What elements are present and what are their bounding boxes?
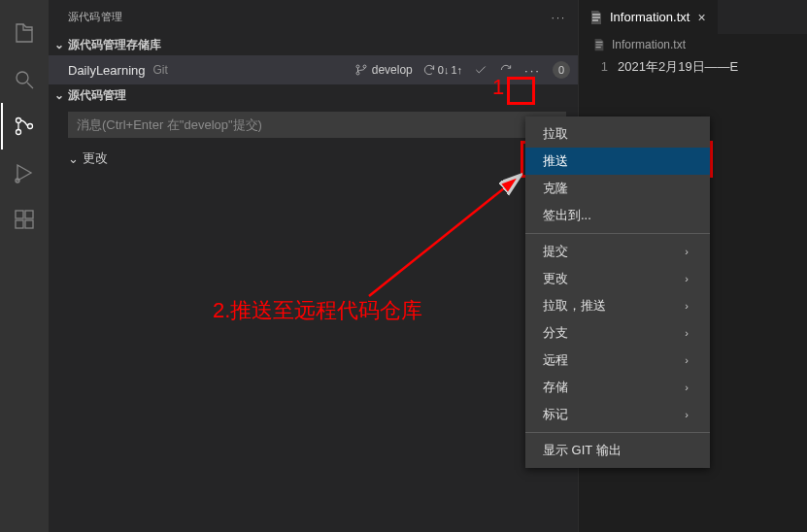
chevron-right-icon: › [685, 300, 689, 312]
menu-item[interactable]: 推送 [525, 148, 710, 175]
chevron-down-icon: ⌄ [54, 88, 64, 102]
commit-message-input[interactable] [68, 112, 566, 138]
branch-name: develop [372, 63, 413, 77]
menu-item[interactable]: 分支› [525, 319, 710, 347]
menu-item-label: 分支 [543, 324, 568, 342]
file-icon [588, 10, 604, 25]
sync-down-count: 0↓ [438, 64, 450, 76]
menu-item-label: 提交 [543, 243, 568, 260]
chevron-right-icon: › [685, 246, 689, 257]
repo-name: DailyLearning [68, 63, 146, 78]
breadcrumb[interactable]: Information.txt [579, 34, 807, 55]
changes-count-badge: 0 [553, 61, 570, 79]
menu-item-label: 标记 [543, 406, 568, 423]
tab-bar: Information.txt × [579, 0, 807, 34]
sync-up-count: 1↑ [451, 64, 462, 76]
menu-item-label: 克隆 [543, 180, 568, 197]
chevron-right-icon: › [685, 409, 689, 420]
repo-vcs-type: Git [153, 63, 168, 77]
extensions-icon[interactable] [1, 196, 48, 243]
chevron-right-icon: › [685, 382, 689, 393]
file-icon [592, 38, 606, 51]
svg-point-11 [363, 65, 366, 68]
editor-body[interactable]: 1 2021年2月19日——E [579, 55, 807, 77]
activity-bar [0, 0, 49, 532]
chevron-down-icon: ⌄ [54, 38, 64, 51]
editor-content: 2021年2月19日——E [618, 55, 738, 77]
svg-rect-5 [16, 211, 23, 218]
menu-item-label: 存储 [543, 379, 568, 396]
menu-item-label: 远程 [543, 351, 568, 369]
menu-item-label: 更改 [543, 270, 568, 287]
search-icon[interactable] [1, 56, 48, 103]
scm-panel-title: 源代码管理 [68, 10, 122, 24]
repositories-section-label: 源代码管理存储库 [68, 37, 161, 53]
tab-information[interactable]: Information.txt × [579, 0, 719, 34]
breadcrumb-label: Information.txt [612, 38, 686, 51]
svg-point-2 [17, 130, 21, 135]
scm-context-menu: 拉取推送克隆签出到...提交›更改›拉取，推送›分支›远程›存储›标记›显示 G… [525, 116, 710, 468]
commit-button[interactable] [472, 61, 489, 79]
menu-item-label: 拉取，推送 [543, 297, 606, 315]
menu-item[interactable]: 拉取 [525, 120, 710, 148]
menu-item-label: 显示 GIT 输出 [543, 442, 622, 459]
changes-row[interactable]: ⌄ 更改 [49, 148, 578, 169]
repositories-section-header[interactable]: ⌄ 源代码管理存储库 [49, 34, 578, 55]
svg-point-1 [17, 118, 21, 123]
line-number: 1 [579, 55, 618, 77]
branch-icon [354, 63, 368, 77]
chevron-down-icon: ⌄ [68, 151, 79, 166]
chevron-right-icon: › [685, 273, 689, 284]
menu-item[interactable]: 更改› [525, 265, 710, 292]
menu-separator [525, 233, 710, 234]
svg-point-0 [17, 72, 28, 83]
menu-item[interactable]: 显示 GIT 输出 [525, 437, 710, 464]
scm-section-label: 源代码管理 [68, 87, 126, 104]
sync-button[interactable]: 0↓ 1↑ [420, 61, 464, 79]
menu-item[interactable]: 签出到... [525, 202, 710, 229]
svg-point-10 [356, 72, 359, 75]
explorer-icon[interactable] [1, 10, 48, 56]
svg-point-3 [28, 124, 33, 129]
menu-item-label: 签出到... [543, 207, 591, 224]
scm-section-header[interactable]: ⌄ 源代码管理 [49, 84, 578, 106]
scm-panel: 源代码管理 ··· ⌄ 源代码管理存储库 DailyLearning Git d… [49, 0, 578, 532]
menu-item[interactable]: 标记› [525, 401, 710, 428]
changes-label: 更改 [83, 150, 108, 167]
chevron-right-icon: › [685, 354, 689, 366]
menu-item[interactable]: 存储› [525, 374, 710, 401]
menu-item[interactable]: 提交› [525, 238, 710, 265]
scm-panel-header: 源代码管理 ··· [49, 0, 578, 34]
tab-label: Information.txt [610, 10, 689, 24]
repo-more-button[interactable]: ··· [522, 61, 543, 80]
branch-indicator[interactable]: develop [354, 63, 413, 77]
menu-item[interactable]: 拉取，推送› [525, 292, 710, 319]
svg-rect-8 [25, 220, 33, 228]
check-icon [474, 63, 488, 77]
repository-row[interactable]: DailyLearning Git develop 0↓ 1↑ ··· 0 [49, 55, 578, 84]
refresh-button[interactable] [497, 61, 515, 79]
chevron-right-icon: › [685, 327, 689, 339]
close-icon[interactable]: × [695, 10, 707, 25]
svg-rect-7 [16, 220, 23, 228]
commit-message-wrapper [68, 112, 566, 138]
scm-icon[interactable] [1, 103, 48, 150]
debug-icon[interactable] [1, 150, 48, 196]
more-icon[interactable]: ··· [552, 12, 566, 23]
refresh-icon [499, 63, 513, 77]
menu-item[interactable]: 克隆 [525, 175, 710, 202]
svg-point-9 [356, 65, 359, 68]
menu-item[interactable]: 远程› [525, 347, 710, 374]
menu-separator [525, 432, 710, 433]
svg-rect-6 [25, 211, 33, 218]
sync-icon [422, 63, 436, 77]
menu-item-label: 拉取 [543, 125, 568, 143]
menu-item-label: 推送 [543, 152, 568, 170]
